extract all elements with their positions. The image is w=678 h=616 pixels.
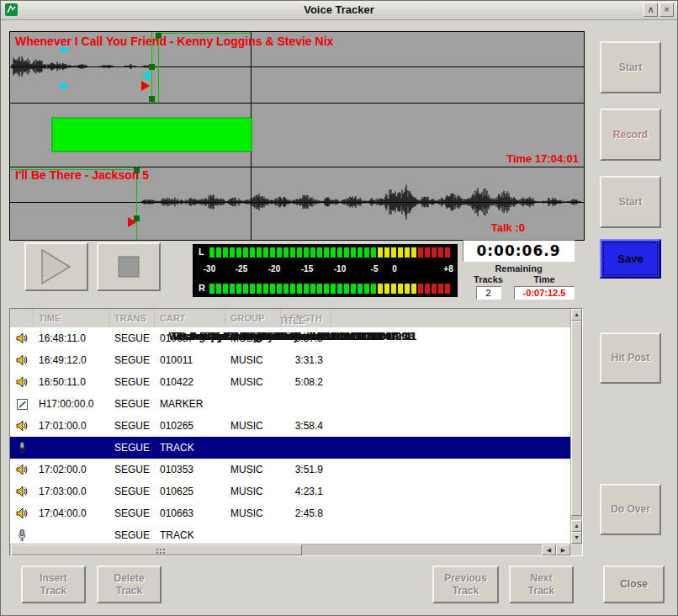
maximize-button[interactable]: ∧: [644, 3, 658, 17]
remaining-label: Remaining: [463, 263, 575, 273]
meter-left-label: L: [199, 247, 204, 257]
save-button[interactable]: Save: [600, 239, 661, 279]
row-group: MUSIC: [225, 354, 281, 366]
meter-right-label: R: [199, 283, 205, 293]
track1-cue-marker-bottom[interactable]: [61, 82, 69, 90]
waveform-canvas: [10, 32, 584, 240]
row-trans: SEGUE: [109, 442, 155, 454]
scroll-up-button-2[interactable]: ▲: [571, 520, 582, 532]
track1-fade-marker[interactable]: [141, 71, 150, 81]
stop-button[interactable]: [97, 242, 161, 291]
meter-scale: -30-25-20-15-10-50+8: [193, 264, 458, 276]
scroll-grip: [156, 549, 158, 550]
row-time: 16:50:11.0: [34, 376, 109, 388]
remaining-time-label: Time: [514, 274, 575, 284]
speaker-icon: [10, 486, 34, 497]
row-cart: TRACK: [155, 442, 225, 454]
elapsed-time-display: 0:00:06.9: [463, 240, 575, 262]
remaining-time-value: -0:07:12.5: [514, 286, 575, 300]
audio-level-meter: L -30-25-20-15-10-50+8 R: [193, 244, 458, 297]
speaker-icon: [10, 420, 34, 432]
row-trans: SEGUE: [109, 354, 155, 366]
voice-track-region[interactable]: [52, 118, 252, 151]
speaker-icon: [10, 507, 34, 519]
log-table: TIMETRANSCARTGROUPLENGTHTITLE 16:48:11.0…: [9, 308, 583, 556]
insert-track-button[interactable]: Insert Track: [21, 566, 86, 603]
vertical-scrollbar[interactable]: ▲ ▲ ▼: [570, 309, 582, 544]
track2-waveform: [141, 184, 580, 219]
table-row[interactable]: 17:04:00.0SEGUE010663MUSIC2:45.8Friday O…: [10, 502, 570, 524]
marker-icon: [10, 399, 34, 410]
table-row[interactable]: 17:03:00.0SEGUE010625MUSIC4:23.1Total Ec…: [10, 481, 570, 502]
speaker-icon: [10, 464, 34, 475]
table-row[interactable]: 17:01:00.0SEGUE010265MUSIC3:58.4Whenever…: [10, 415, 570, 437]
row-trans: SEGUE: [109, 486, 155, 497]
row-length: 4:23.1: [281, 486, 331, 497]
stop-icon: [118, 256, 140, 278]
row-cart: 010353: [155, 464, 225, 475]
track2-title: I'll Be There - Jackson 5: [15, 168, 149, 182]
titlebar[interactable]: Voice Tracker ∧ ×: [1, 1, 677, 20]
close-button[interactable]: Close: [603, 566, 665, 603]
record-button[interactable]: Record: [600, 109, 661, 161]
row-trans: SEGUE: [109, 507, 155, 519]
table-row[interactable]: 16:50:11.0SEGUE010422MUSIC5:08.2Space Od…: [10, 371, 570, 393]
scroll-right-button[interactable]: ▶: [556, 544, 570, 555]
row-title: Voice Track: [10, 330, 570, 343]
table-row[interactable]: 16:49:12.0SEGUE010011MUSIC3:31.3Bang The…: [10, 349, 570, 371]
track1-handle-bottom[interactable]: [149, 96, 155, 102]
row-time: 17:02:00.0: [34, 464, 109, 475]
scroll-down-button[interactable]: ▼: [571, 532, 582, 544]
meter-scale-label: 0: [392, 264, 397, 273]
meter-right-row: [209, 284, 455, 294]
horizontal-scrollbar[interactable]: ◀ ▶: [10, 544, 570, 555]
delete-track-button[interactable]: Delete Track: [97, 566, 162, 603]
track1-end-marker[interactable]: [141, 81, 150, 91]
table-row[interactable]: SEGUETRACKVoice Track: [10, 524, 570, 544]
column-header-title[interactable]: TITLE: [10, 311, 570, 326]
mic-icon: [10, 529, 34, 541]
vertical-scroll-thumb[interactable]: [571, 321, 582, 516]
scroll-left-button[interactable]: ◀: [542, 544, 556, 555]
row-time: 16:49:12.0: [34, 354, 109, 366]
row-length: 5:08.2: [281, 376, 331, 388]
meter-scale-label: -25: [236, 264, 247, 273]
table-row[interactable]: SEGUETRACKVoice Track: [10, 437, 570, 459]
row-trans: SEGUE: [109, 529, 155, 541]
row-group: MUSIC: [225, 376, 281, 388]
horizontal-scroll-thumb[interactable]: [11, 544, 302, 555]
row-length: 3:58.4: [281, 420, 331, 432]
row-cart: TRACK: [155, 529, 225, 541]
row-cart: 010663: [155, 507, 225, 519]
table-row[interactable]: 17:02:00.0SEGUE010353MUSIC3:51.9I'll Be …: [10, 459, 570, 481]
close-window-button[interactable]: ×: [659, 3, 674, 17]
meter-scale-label: -5: [371, 264, 379, 273]
table-row[interactable]: H17:00:00.0SEGUEMARKERLegal ID Goes Here: [10, 393, 570, 415]
previous-track-button[interactable]: Previous Track: [432, 566, 499, 603]
track1-waveform: [12, 56, 150, 77]
waveform-panel[interactable]: Whenever I Call You Friend - Kenny Loggi…: [9, 31, 585, 241]
log-table-body: 16:48:11.0SEGUE010687MUSIC3:37.5Jumpin' …: [10, 327, 570, 544]
play-icon: [41, 249, 72, 284]
row-trans: SEGUE: [109, 464, 155, 475]
track2-handle-bottom[interactable]: [134, 215, 140, 221]
next-track-button[interactable]: Next Track: [509, 566, 574, 603]
remaining-panel: Remaining Tracks 2 Time -0:07:12.5: [463, 263, 575, 300]
row-group: MUSIC: [225, 486, 281, 497]
track1-handle-mid[interactable]: [149, 64, 155, 70]
play-button[interactable]: [24, 242, 88, 291]
row-cart: 010625: [155, 486, 225, 497]
start-button-2[interactable]: Start: [600, 176, 661, 228]
hit-post-button[interactable]: Hit Post: [600, 332, 661, 384]
do-over-button[interactable]: Do Over: [600, 484, 661, 535]
voice-tracker-window: Voice Tracker ∧ ×: [0, 0, 678, 616]
row-length: 3:31.3: [281, 354, 331, 366]
window-title: Voice Tracker: [1, 3, 677, 16]
row-trans: SEGUE: [109, 398, 155, 410]
start-button-1[interactable]: Start: [600, 41, 661, 93]
speaker-icon: [10, 354, 34, 366]
row-time: H17:00:00.0: [34, 398, 109, 410]
row-time: 17:01:00.0: [34, 420, 109, 432]
meter-scale-label: -20: [268, 264, 280, 273]
scroll-up-button[interactable]: ▲: [571, 309, 582, 321]
